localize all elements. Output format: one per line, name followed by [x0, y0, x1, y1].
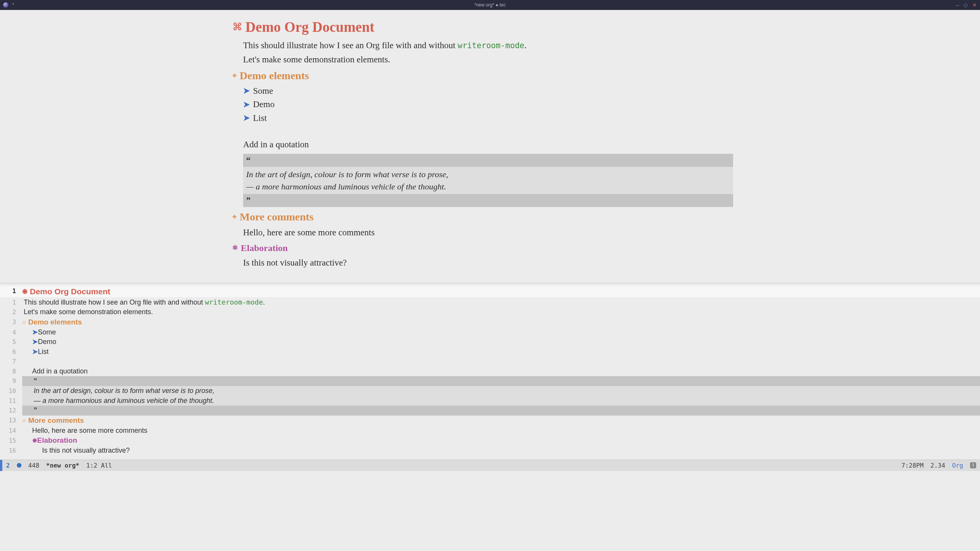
line-number: 8	[0, 368, 22, 375]
bullet-arrow-icon: ➤	[32, 348, 38, 355]
line-number: 15	[0, 437, 22, 444]
line-number: 10	[0, 387, 22, 395]
list-item: Demo	[253, 98, 274, 111]
modeline[interactable]: 2 448 *new org* 1:2 All 7:28PM 2.34 Org …	[0, 460, 980, 471]
modified-dot-icon	[17, 463, 21, 468]
window-titlebar: * *new org* ● tec – ◇ ✕	[0, 0, 980, 10]
h2-bullet-icon: ○	[22, 318, 26, 327]
quote-line: — a more harmonious and luminous vehicle…	[246, 181, 730, 193]
load-average: 2.34	[931, 462, 946, 469]
h3-bullet-icon: ✸	[32, 437, 37, 444]
source-line: This should illustrate how I see an Org …	[22, 297, 980, 308]
elaboration-text: Is this not visually attractive?	[243, 256, 733, 269]
line-number: 3	[0, 318, 22, 326]
h1-icon: ⌘	[232, 20, 242, 34]
quote-open-mark: “	[243, 154, 733, 166]
more-comments-text: Hello, here are some more comments	[243, 226, 733, 239]
clock: 7:28PM	[902, 462, 924, 469]
list-item: Demo	[38, 338, 56, 346]
line-number: 6	[0, 348, 22, 355]
quote-line: In the art of design, colour is to form …	[24, 386, 214, 396]
window-title: *new org* ● tec	[474, 3, 506, 7]
bullet-arrow-icon: ➤	[243, 99, 250, 110]
line-number: 5	[0, 338, 22, 346]
minimize-icon[interactable]: –	[956, 2, 959, 8]
quote-close-mark: ”	[24, 406, 37, 416]
h2-title: More comments	[28, 416, 84, 426]
quote-line: — a more harmonious and luminous vehicle…	[24, 396, 214, 406]
line-number: 12	[0, 407, 22, 414]
line-number: 1	[0, 287, 22, 295]
modeline-accent	[0, 460, 2, 471]
buffer-name[interactable]: *new org*	[46, 462, 80, 469]
h2-title: Demo elements	[28, 317, 82, 328]
bullet-arrow-icon: ➤	[32, 328, 38, 336]
quote-line: In the art of design, colour is to form …	[246, 168, 730, 181]
quote-block: “ In the art of design, colour is to for…	[243, 154, 733, 207]
source-line	[22, 357, 980, 367]
list-item: Some	[38, 328, 56, 336]
source-line: Let's make some demonstration elements.	[22, 307, 980, 317]
h1-title: Demo Org Document	[245, 17, 374, 37]
intro-paragraph: This should illustrate how I see an Org …	[243, 39, 733, 52]
window-number[interactable]: 2	[6, 462, 10, 469]
h3-title: Elaboration	[37, 436, 77, 444]
h3-title: Elaboration	[241, 241, 288, 255]
h2-title: Demo elements	[240, 68, 309, 84]
line-number: 11	[0, 397, 22, 404]
h2-icon: ⌖	[232, 70, 237, 81]
line-number: 2	[0, 308, 22, 316]
h1-title: Demo Org Document	[30, 286, 110, 297]
h3-icon: ❃	[232, 243, 238, 253]
writeroom-pane[interactable]: ⌘ Demo Org Document This should illustra…	[0, 10, 980, 282]
line-number: 16	[0, 447, 22, 454]
line-number: 14	[0, 427, 22, 434]
add-quotation-label: Add in a quotation	[243, 138, 733, 151]
h1-bullet-icon: ◉	[22, 287, 28, 296]
modified-star: *	[12, 3, 14, 7]
position-indicator: 1:2 All	[86, 462, 112, 469]
source-pane[interactable]: 1 ◉Demo Org Document 1 This should illus…	[0, 284, 980, 460]
bullet-arrow-icon: ➤	[243, 85, 250, 96]
quote-close-mark: ”	[243, 194, 733, 207]
line-number: 4	[0, 329, 22, 336]
code-literal: writeroom-mode	[457, 41, 524, 50]
source-line: Is this not visually attractive?	[22, 446, 130, 456]
list-item: Some	[253, 85, 273, 97]
h2-bullet-icon: ○	[22, 416, 26, 425]
intro-paragraph-2: Let's make some demonstration elements.	[243, 53, 733, 66]
char-count: 448	[28, 462, 39, 469]
quote-open-mark: “	[24, 376, 37, 386]
line-number: 7	[0, 358, 22, 365]
close-icon[interactable]: ✕	[972, 2, 977, 8]
line-number: 9	[0, 377, 22, 385]
list-item: List	[253, 112, 267, 124]
line-number: 13	[0, 417, 22, 424]
checker-warning-icon[interactable]: !	[970, 462, 976, 468]
source-line: Add in a quotation	[22, 367, 88, 377]
maximize-icon[interactable]: ◇	[964, 2, 968, 8]
emacs-icon	[3, 2, 8, 8]
bullet-arrow-icon: ➤	[243, 112, 250, 124]
line-number: 1	[0, 299, 22, 306]
list-item: List	[38, 348, 49, 355]
major-mode[interactable]: Org	[952, 462, 963, 469]
bullet-arrow-icon: ➤	[32, 338, 38, 346]
h2-title: More comments	[240, 209, 314, 225]
h2-icon: ⌖	[232, 212, 237, 222]
source-line: Hello, here are some more comments	[22, 426, 147, 436]
